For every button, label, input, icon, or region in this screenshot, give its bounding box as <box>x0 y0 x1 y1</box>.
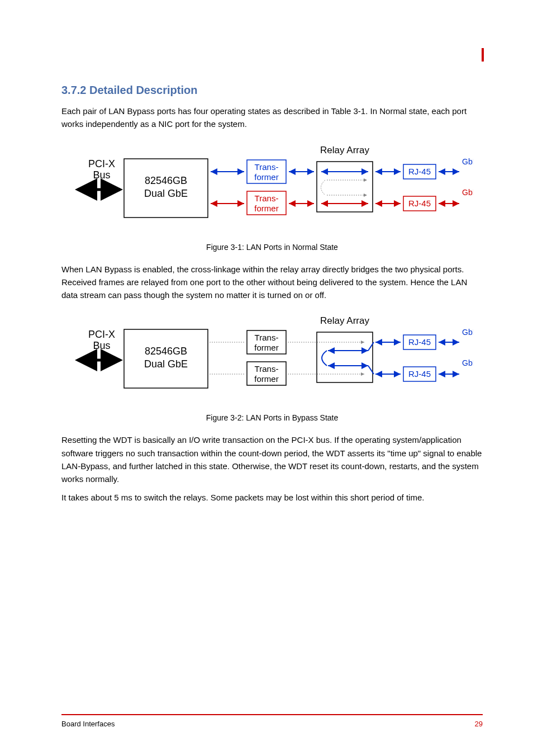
paragraph-2: When LAN Bypass is enabled, the cross-li… <box>61 263 483 302</box>
section-heading: 3.7.2 Detailed Description <box>61 84 483 97</box>
trans1-l1: Trans- <box>255 162 279 172</box>
chip-label-1b: 82546GB <box>145 346 187 357</box>
figure-caption-2: Figure 3-2: LAN Ports in Bypass State <box>61 413 483 422</box>
diagram-normal-state: PCI-X Bus 82546GB Dual GbE Trans- former… <box>71 136 473 237</box>
trans1b-l2: former <box>254 343 278 352</box>
page-footer: Board Interfaces 29 <box>61 714 483 728</box>
footer-section-name: Board Interfaces <box>61 720 115 728</box>
footer-page-number: 29 <box>475 720 483 728</box>
gbe1-label-b: GbE #1 <box>462 328 473 337</box>
gbe2-label: GbE #2 <box>462 188 473 197</box>
pcix-label-1b: PCI-X <box>88 329 115 340</box>
chip-label-1: 82546GB <box>145 175 187 186</box>
chip-label-2b: Dual GbE <box>144 358 188 370</box>
gbe1-label: GbE #1 <box>462 157 473 166</box>
rj45-label-2: RJ-45 <box>408 199 431 208</box>
paragraph-3: Resetting the WDT is basically an I/O wr… <box>61 433 483 485</box>
trans2b-l1: Trans- <box>255 364 279 374</box>
relay-label-b: Relay Array <box>320 315 369 326</box>
page-accent-bar <box>482 48 484 62</box>
trans2-l1: Trans- <box>255 193 279 203</box>
rj45-label-2b: RJ-45 <box>408 369 431 379</box>
footer-divider <box>61 714 483 715</box>
relay-box <box>317 162 373 212</box>
section-number: 3.7.2 <box>61 84 86 96</box>
section-title-text: Detailed Description <box>89 84 197 96</box>
pcix-label-2: Bus <box>93 169 110 181</box>
pcix-label-2b: Bus <box>93 340 110 351</box>
figure-caption-1: Figure 3-1: LAN Ports in Normal State <box>61 243 483 252</box>
gbe2-label-b: GbE #2 <box>462 358 473 367</box>
trans1-l2: former <box>254 172 278 182</box>
trans2-l2: former <box>254 204 278 213</box>
relay-label: Relay Array <box>320 145 369 155</box>
paragraph-4: It takes about 5 ms to switch the relays… <box>61 491 483 504</box>
trans2b-l2: former <box>254 374 278 384</box>
pcix-label-1: PCI-X <box>88 158 115 169</box>
diagram-bypass-state: PCI-X Bus 82546GB Dual GbE Trans- former… <box>71 307 473 408</box>
paragraph-1: Each pair of LAN Bypass ports has four o… <box>61 105 483 131</box>
chip-label-2: Dual GbE <box>144 188 188 199</box>
relay-cross-blue <box>322 351 327 366</box>
rj45-label-1: RJ-45 <box>408 167 431 176</box>
page-content: 3.7.2 Detailed Description Each pair of … <box>0 0 533 504</box>
relay-cross-dot <box>321 180 326 195</box>
rj45-label-1b: RJ-45 <box>408 337 431 347</box>
trans1b-l1: Trans- <box>255 333 279 342</box>
relay-box-b <box>317 332 373 382</box>
